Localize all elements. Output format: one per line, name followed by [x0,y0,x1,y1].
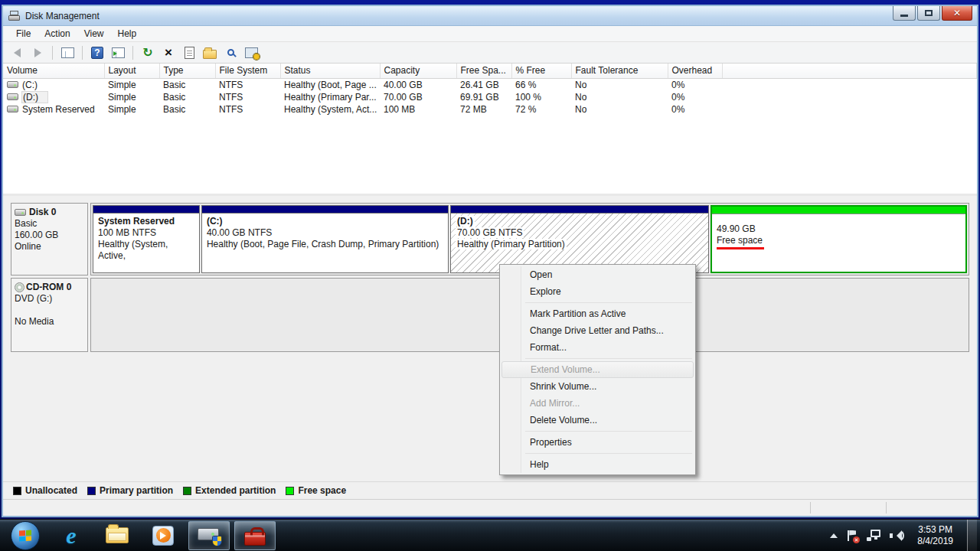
cdrom0-info-panel[interactable]: CD-ROM 0 DVD (G:) No Media [11,278,88,352]
legend-free-space: Free space [286,485,346,496]
col-capacity[interactable]: Capacity [380,64,456,78]
delete-icon[interactable]: × [161,45,176,60]
volume-icon[interactable] [890,530,903,542]
menu-separator [525,453,692,454]
back-icon[interactable] [9,45,24,60]
cdrom0-row: CD-ROM 0 DVD (G:) No Media [11,278,969,352]
menu-item-mark-partition-active[interactable]: Mark Partition as Active [501,305,694,322]
table-row-c[interactable]: (C:) Simple Basic NTFS Healthy (Boot, Pa… [3,78,977,91]
primary-partition-color-bar [93,206,199,213]
menu-view[interactable]: View [77,27,111,41]
partition-d[interactable]: (D:) 70.00 GB NTFS Healthy (Primary Part… [450,205,709,273]
table-row-system-reserved[interactable]: System Reserved Simple Basic NTFS Health… [3,103,977,116]
col-free-space[interactable]: Free Spa... [456,64,511,78]
table-header-row: Volume Layout Type File System Status Ca… [3,64,977,78]
disk0-size: 160.00 GB [15,230,84,241]
menu-item-open[interactable]: Open [501,266,694,283]
start-button[interactable] [5,521,46,550]
menu-file[interactable]: File [9,27,38,41]
system-tray: ✕ 3:53 PM 8/4/2019 [830,520,980,551]
menu-item-help[interactable]: Help [501,456,694,473]
media-player-icon [152,526,174,546]
free-space-swatch-icon [286,487,294,495]
toolbar-separator [132,46,133,60]
menu-item-explore[interactable]: Explore [501,283,694,300]
col-overhead[interactable]: Overhead [668,64,722,78]
maximize-button[interactable] [917,6,940,21]
partition-system-reserved[interactable]: System Reserved 100 MB NTFS Healthy (Sys… [93,205,200,273]
toolbar-separator [82,46,83,60]
primary-partition-swatch-icon [87,487,96,495]
show-hidden-icons-icon[interactable] [830,530,838,538]
col-type[interactable]: Type [159,64,215,78]
table-row-d[interactable]: (D:) Simple Basic NTFS Healthy (Primary … [3,91,977,103]
menu-action[interactable]: Action [38,27,77,41]
disk0-info-panel[interactable]: Disk 0 Basic 160.00 GB Online [11,203,88,276]
close-button[interactable]: ✕ [942,6,972,21]
col-fault-tolerance[interactable]: Fault Tolerance [571,64,668,78]
close-icon: ✕ [953,8,961,18]
menu-separator [525,358,692,359]
minimize-icon [900,15,908,17]
graphical-view-pane: Disk 0 Basic 160.00 GB Online System Res… [3,196,977,481]
col-pct-free[interactable]: % Free [511,64,571,78]
disk-management-taskbar-icon [198,526,220,546]
legend-bar: Unallocated Primary partition Extended p… [3,481,977,499]
free-space-region[interactable]: 49.90 GB Free space [710,205,967,273]
taskbar-clock[interactable]: 3:53 PM 8/4/2019 [913,524,958,547]
primary-partition-color-bar [451,206,708,213]
action-center-flag-icon[interactable]: ✕ [847,530,858,542]
internet-explorer-icon: e [66,524,76,547]
col-file-system[interactable]: File System [215,64,280,78]
menu-help[interactable]: Help [111,27,144,41]
taskbar: e ✕ 3:53 PM 8/4/2019 [0,519,980,551]
show-desktop-button[interactable] [967,520,977,551]
forward-icon[interactable] [30,45,45,60]
menu-item-delete-volume[interactable]: Delete Volume... [501,412,694,429]
computer-management-icon[interactable] [243,45,259,60]
help-icon[interactable]: ? [90,45,105,60]
legend-primary-partition: Primary partition [87,485,173,496]
toolbox-icon [244,532,266,546]
col-layout[interactable]: Layout [104,64,159,78]
clock-date: 8/4/2019 [917,536,953,547]
partition-c[interactable]: (C:) 40.00 GB NTFS Healthy (Boot, Page F… [201,205,449,273]
taskbar-disk-management[interactable] [188,521,230,550]
cdrom0-type: DVD (G:) [15,293,84,305]
maximize-icon [925,10,933,16]
find-icon[interactable] [223,45,238,60]
col-filler [722,64,977,78]
open-folder-icon[interactable] [202,45,217,60]
col-volume[interactable]: Volume [3,64,104,78]
disk0-status: Online [15,241,84,253]
taskbar-toolbox[interactable] [234,521,276,550]
menu-item-add-mirror: Add Mirror... [501,395,694,412]
toolbar-separator [52,46,53,60]
minimize-button[interactable] [893,6,916,21]
show-console-tree-icon[interactable] [60,45,75,60]
annotation-underline [717,247,764,249]
drive-icon [15,209,26,216]
properties-icon[interactable] [181,45,197,60]
disk0-row: Disk 0 Basic 160.00 GB Online System Res… [11,203,969,276]
taskbar-internet-explorer[interactable]: e [51,521,92,550]
col-status[interactable]: Status [280,64,380,78]
menu-item-change-drive-letter[interactable]: Change Drive Letter and Paths... [501,322,694,339]
toolbar: ? ↻ × [3,42,977,64]
free-space-color-bar [712,207,965,214]
menu-item-format[interactable]: Format... [501,339,694,356]
refresh-icon[interactable]: ↻ [140,45,155,60]
network-icon[interactable] [867,530,880,542]
unallocated-swatch-icon [13,487,21,495]
drive-icon [7,93,18,100]
menu-item-properties[interactable]: Properties [501,434,694,451]
taskbar-windows-explorer[interactable] [96,521,138,550]
taskbar-media-player[interactable] [142,521,184,550]
title-bar[interactable]: Disk Management ✕ [3,6,977,26]
menu-item-extend-volume: Extend Volume... [501,361,694,378]
drive-icon [7,106,18,112]
menu-separator [525,431,692,432]
show-action-pane-icon[interactable] [110,45,126,60]
menu-item-shrink-volume[interactable]: Shrink Volume... [501,378,694,395]
menu-bar: File Action View Help [3,26,977,42]
